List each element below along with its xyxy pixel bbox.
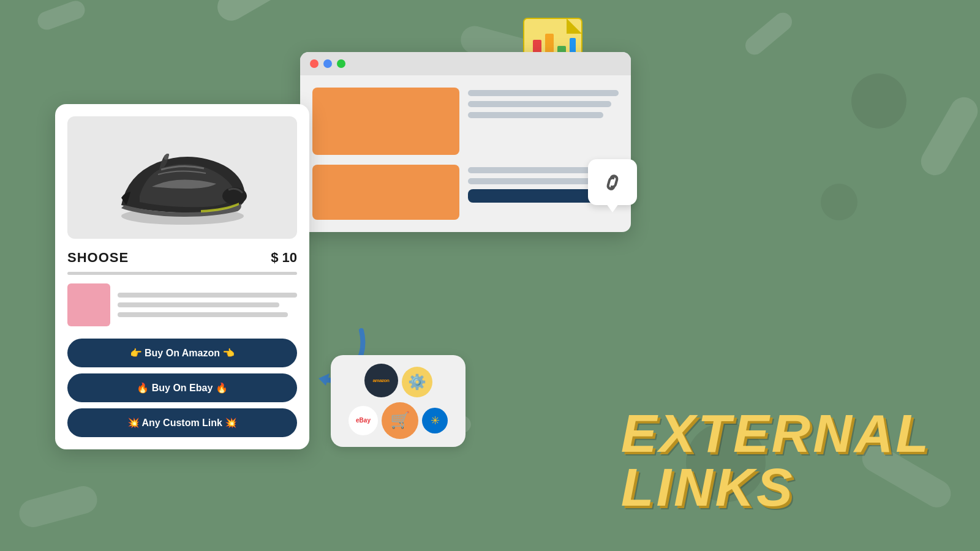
- deco-pill-3: [916, 92, 980, 181]
- deco-circle-2: [851, 73, 907, 129]
- browser-dot-blue: [323, 59, 332, 68]
- buy-ebay-button[interactable]: 🔥 Buy On Ebay 🔥: [67, 373, 297, 402]
- browser-line-3: [468, 112, 603, 118]
- product-divider: [67, 272, 297, 275]
- marketplace-top-row: amazon ⚙️: [364, 364, 432, 397]
- deco-pill-5: [16, 483, 100, 530]
- deco-line-1: [35, 0, 87, 32]
- browser-titlebar: [300, 52, 631, 75]
- settings-gear: ⚙️: [402, 367, 432, 397]
- deco-circle-3: [821, 184, 858, 220]
- browser-line-5: [468, 178, 600, 184]
- product-meta: SHOOSE $ 10: [67, 250, 297, 266]
- product-price: $ 10: [271, 250, 297, 266]
- browser-product-image-placeholder: [312, 88, 459, 155]
- amazon-logo: amazon: [364, 364, 398, 397]
- amazon-text: amazon: [373, 378, 390, 383]
- buy-amazon-button[interactable]: 👉 Buy On Amazon 👈: [67, 339, 297, 367]
- desc-line-3: [118, 312, 288, 317]
- svg-point-11: [222, 187, 247, 204]
- browser-product-image-placeholder-2: [312, 165, 459, 220]
- deco-line-3: [742, 9, 796, 59]
- browser-dot-red: [310, 59, 318, 68]
- walmart-logo: ✳: [422, 408, 448, 433]
- buy-custom-button[interactable]: 💥 Any Custom Link 💥: [67, 408, 297, 437]
- external-links-line2: LINKS: [621, 460, 931, 514]
- desc-line-1: [118, 293, 297, 298]
- browser-row-2: [312, 165, 619, 220]
- desc-thumbnail: [67, 283, 110, 326]
- browser-product-lines: [468, 88, 619, 118]
- browser-dot-green: [337, 59, 345, 68]
- browser-window: [300, 52, 631, 232]
- browser-line-2: [468, 101, 611, 107]
- browser-content: [300, 75, 631, 232]
- browser-row-1: [312, 88, 619, 155]
- marketplace-bubble: amazon ⚙️ eBay 🛒 ✳: [331, 355, 466, 447]
- product-card: SHOOSE $ 10 👉 Buy On Amazon 👈 🔥 Buy On E…: [55, 104, 309, 449]
- marketplace-bottom-row: eBay 🛒 ✳: [349, 402, 448, 439]
- ebay-logo: eBay: [349, 406, 378, 435]
- external-links-line1: EXTERNAL: [621, 407, 931, 460]
- deco-pill-1: [213, 0, 290, 26]
- chain-link-icon: [598, 168, 627, 197]
- browser-line-1: [468, 90, 619, 96]
- product-name: SHOOSE: [67, 250, 129, 266]
- main-scene: SHOOSE $ 10 👉 Buy On Amazon 👈 🔥 Buy On E…: [0, 0, 980, 551]
- cart-icon: 🛒: [382, 402, 418, 439]
- sneaker-image: [103, 126, 262, 230]
- link-icon-bubble: [588, 159, 637, 205]
- product-image-area: [67, 116, 297, 239]
- desc-line-2: [118, 302, 279, 307]
- external-links-heading: EXTERNAL LINKS: [621, 407, 931, 514]
- product-description-area: [67, 283, 297, 326]
- desc-lines: [118, 283, 297, 326]
- marketplace-icons-container: amazon ⚙️ eBay 🛒 ✳: [349, 364, 448, 439]
